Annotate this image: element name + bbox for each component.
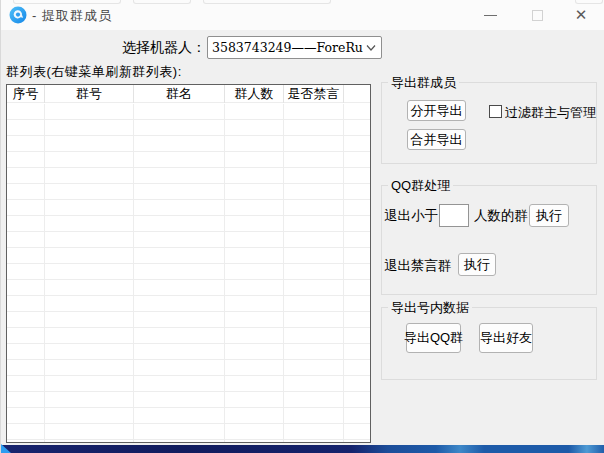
filter-owner-admin-checkbox[interactable] [489,105,502,118]
column-divider [343,104,344,442]
maximize-button[interactable] [521,0,553,30]
ghost-tab [133,0,191,4]
merge-export-button[interactable]: 合并导出 [407,129,466,150]
column-divider [44,104,45,442]
execute-exit-small-button[interactable]: 执行 [529,204,569,227]
robot-combobox-value: 3583743249——ForeRunNer [212,40,363,55]
close-icon: ✕ [575,6,588,24]
column-divider [224,104,225,442]
group-list-label: 群列表(右键菜单刷新群列表): [6,63,182,81]
background-window-bottom-edge [1,445,604,453]
robot-select-label: 选择机器人： [61,39,206,57]
group-list-table[interactable]: 序号 群号 群名 群人数 是否禁言 [6,84,371,443]
table-body-empty[interactable] [7,104,370,442]
ghost-tab [203,0,331,4]
separate-export-button[interactable]: 分开导出 [407,100,466,121]
filter-owner-admin-label[interactable]: 过滤群主与管理 [505,104,596,122]
app-window: - 提取群成员 ✕ 选择机器人： 3583743249——ForeRunNer … [0,0,604,453]
column-header-index[interactable]: 序号 [7,85,45,103]
maximize-icon [532,10,543,21]
chevron-down-icon [366,44,376,52]
column-header-filler [344,85,370,103]
column-header-muted[interactable]: 是否禁言 [284,85,344,103]
robot-combobox[interactable]: 3583743249——ForeRunNer [207,36,382,59]
titlebar[interactable]: - 提取群成员 ✕ [1,0,604,30]
export-friends-button[interactable]: 导出好友 [479,323,533,353]
column-header-group-id[interactable]: 群号 [45,85,134,103]
column-divider [283,104,284,442]
groupbox-group-processing-title: QQ群处理 [388,178,453,193]
column-header-member-count[interactable]: 群人数 [225,85,284,103]
exit-small-prefix-label: 退出小于 [384,207,438,225]
column-divider [133,104,134,442]
column-header-group-name[interactable]: 群名 [134,85,225,103]
app-icon [9,6,27,24]
min-member-count-input[interactable] [439,204,469,227]
export-qq-groups-button[interactable]: 导出QQ群 [406,323,461,353]
groupbox-group-processing: QQ群处理 [381,185,597,295]
close-button[interactable]: ✕ [565,0,597,30]
table-header-row: 序号 群号 群名 群人数 是否禁言 [7,85,370,103]
minimize-button[interactable] [474,0,506,30]
groupbox-export-members: 导出群成员 [381,82,597,164]
execute-exit-muted-button[interactable]: 执行 [458,253,496,276]
groupbox-export-members-title: 导出群成员 [388,75,459,90]
minimize-icon [484,15,497,16]
exit-muted-groups-label: 退出禁言群 [384,257,452,275]
exit-small-suffix-label: 人数的群 [474,207,528,225]
groupbox-export-account-title: 导出号内数据 [388,300,472,315]
window-title: - 提取群成员 [32,0,112,30]
corner-accent [1,444,11,453]
